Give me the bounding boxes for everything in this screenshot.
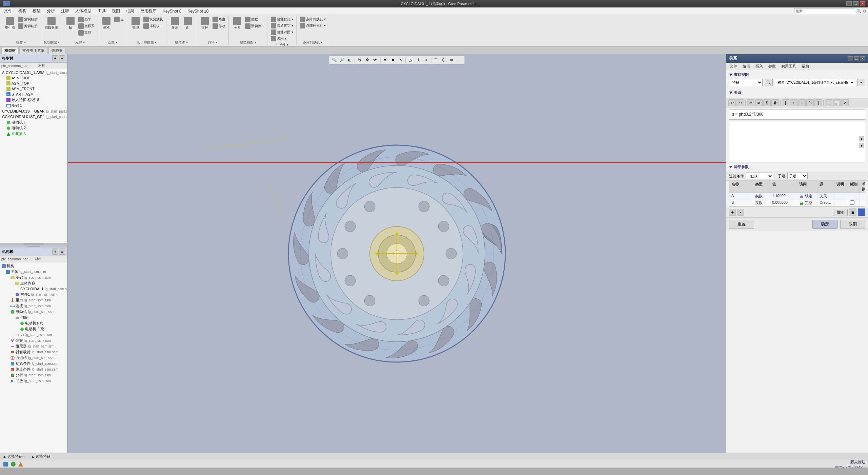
rel-validate-btn[interactable]: ✓ — [841, 99, 849, 106]
dialog-menu-param[interactable]: 参数 — [767, 63, 777, 69]
rel-paste-btn[interactable]: ⎘ — [763, 99, 771, 106]
mech-item-damper[interactable]: 阻尼器 lg_start_ssm.ssm — [1, 343, 66, 349]
child-select[interactable]: 子项 — [787, 173, 808, 179]
mech-item-servo[interactable]: 伺服 — [1, 315, 66, 320]
side-scroll-down[interactable]: ▼ — [859, 143, 864, 148]
mech-item-term[interactable]: E 终止条件 lg_start_ssm.ssm — [1, 367, 66, 372]
tree-item-7[interactable]: CYCLOIDAL01ST_GEAR lg_start_part.pr — [1, 108, 66, 114]
panel-scroll-h[interactable] — [0, 243, 67, 245]
mech-tree-settings-btn[interactable]: ≡ — [59, 249, 65, 255]
dialog-menu-file[interactable]: 文件 — [728, 63, 739, 69]
param-row-a[interactable]: A 实数 1.100094 锁定 关天 — [729, 193, 865, 200]
reset-btn[interactable]: 重置 — [729, 220, 754, 229]
ribbon-btn-face[interactable]: 面 — [182, 16, 194, 30]
prop-attr-btn[interactable]: 属性 — [833, 209, 848, 216]
vt-coord-sys[interactable]: ⌖ — [422, 57, 430, 63]
menu-file[interactable]: 文件 — [1, 7, 15, 15]
close-btn[interactable]: × — [860, 1, 865, 6]
vt-rotate[interactable]: ↻ — [356, 57, 363, 63]
ribbon-btn-point-array-through[interactable]: 点阵列元孔 ▾ — [299, 23, 327, 29]
model-expand-btn[interactable]: ▾ — [857, 79, 865, 86]
center-viewport[interactable]: 🔍 🔎 ⊞ ↻ ✥ 👁 ▼ ■ ☀ △ ✛ ⌖ ⊤ ⬡ ⊕ ⋯ — [68, 54, 726, 453]
vt-named-view[interactable]: ▼ — [381, 57, 389, 63]
menu-human[interactable]: 人体模型 — [73, 7, 94, 15]
tree-item-1[interactable]: ASM_SIDE — [1, 75, 66, 81]
mech-item-init[interactable]: I 初始条件 lg_start_ssm.ssm — [1, 361, 66, 367]
mech-item-force[interactable]: 力 lg_start_ssm.ssm — [1, 332, 66, 338]
vt-extra[interactable]: ⋯ — [456, 57, 463, 63]
ribbon-btn-regenerate[interactable]: 重生成 — [3, 16, 16, 30]
freq-checkbox-b[interactable] — [850, 200, 854, 205]
ok-btn[interactable]: 确定 — [812, 220, 837, 229]
search-icon[interactable]: 🔍 — [856, 9, 862, 14]
ribbon-btn-axis[interactable]: 轴 — [64, 16, 77, 30]
mech-item-motor2[interactable]: 电动机 2(您 — [1, 326, 66, 332]
menu-frame[interactable]: 框架 — [123, 7, 137, 15]
side-scroll-up[interactable]: ▲ — [859, 136, 864, 141]
mech-item-3[interactable]: 主体内容 — [1, 280, 66, 286]
rel-cut-btn[interactable]: ✂ — [747, 99, 754, 106]
ribbon-btn-modify-dim[interactable]: 修改 — [211, 23, 226, 29]
ribbon-btn-fade[interactable]: 淡米 ▾ — [270, 36, 294, 42]
rel-redo-btn[interactable]: ↪ — [736, 99, 744, 106]
mech-item-4[interactable]: CYCLOIDAL1 lg_start_ssm.ssm — [1, 286, 66, 292]
tree-item-9[interactable]: 电动机 1 — [1, 119, 66, 125]
ribbon-btn-level[interactable]: 垫平 — [77, 16, 96, 22]
ribbon-btn-data[interactable]: 取取数据 — [43, 16, 60, 30]
vt-datum[interactable]: △ — [407, 57, 414, 63]
param-filter-select[interactable]: 默认 — [746, 173, 773, 179]
mech-tree-add-btn[interactable]: + — [52, 249, 58, 255]
mech-item-motor1[interactable]: 电动机1(您 — [1, 320, 66, 326]
vt-section[interactable]: ⊤ — [432, 57, 440, 63]
ribbon-btn-coord[interactable]: 坐标系 — [77, 23, 96, 29]
tree-item-4[interactable]: S START_ASM — [1, 92, 66, 97]
window-controls[interactable]: _ □ × — [846, 1, 865, 6]
mech-item-connect[interactable]: 连接 lg_start_ssm.ssm — [1, 303, 66, 309]
ribbon-btn-integer[interactable]: 整数 — [244, 16, 265, 22]
mech-item-analysis[interactable]: A 分析 lg_start_ssm.ssm — [1, 372, 66, 378]
model-tree-area[interactable]: A A-CYCLOIDAL01_1.ASM lg_start_ssm.ssm A… — [0, 69, 67, 243]
tree-item-8[interactable]: GCYCLOIDAL01ST_GE4 lg_start_part.pr — [1, 114, 66, 119]
tree-item-2[interactable]: ASM_TOP — [1, 81, 66, 86]
minimize-btn[interactable]: _ — [846, 1, 852, 6]
mechanism-tree-area[interactable]: 机构 主体 lg_start_ssm.ssm 基础 lg_start_ssm.s… — [0, 262, 67, 453]
menu-model[interactable]: 模型 — [30, 7, 43, 15]
vt-zoom-out[interactable]: 🔎 — [338, 57, 346, 63]
relation-text-area[interactable]: ▲ ▼ — [729, 122, 865, 162]
vt-zoom-in[interactable]: 🔍 — [330, 57, 338, 63]
tree-item-5[interactable]: 导入特征 标记18 — [1, 97, 66, 103]
mech-item-replay[interactable]: 回放 lg_start_ssm.ssm — [1, 378, 66, 384]
rel-fn-btn[interactable]: fn — [806, 99, 814, 106]
param-remove-btn[interactable]: - — [737, 209, 744, 216]
vt-explode[interactable]: ⊕ — [448, 57, 455, 63]
mech-item-spring[interactable]: 弹簧 lg_start_ssm.ssm — [1, 338, 66, 343]
mech-item-1[interactable]: 主体 lg_start_ssm.ssm — [1, 269, 66, 275]
bottom-icon2[interactable] — [10, 461, 16, 467]
ribbon-btn-base[interactable]: 基准 — [100, 16, 113, 30]
mech-item-force2[interactable]: 力组函 lg_start_ssm.ssm — [1, 355, 66, 361]
menu-tools[interactable]: 工具 — [95, 7, 108, 15]
ribbon-btn-point[interactable]: 点 — [113, 16, 125, 22]
menu-apps[interactable]: 应用程序 — [138, 7, 159, 15]
vt-pan[interactable]: ✥ — [364, 57, 371, 63]
vt-fit[interactable]: ⊞ — [346, 57, 354, 63]
menu-view[interactable]: 视图 — [109, 7, 123, 15]
model-select[interactable]: 模型:/CYCLOIDAL01_1@持征电动机_2标记45 — [775, 79, 855, 86]
model-tree-settings-btn[interactable]: ≡ — [59, 55, 65, 61]
maximize-btn[interactable]: □ — [853, 1, 859, 6]
filter-search-btn[interactable]: 🔍 — [765, 79, 773, 86]
param-add-btn[interactable]: + — [729, 209, 736, 216]
ribbon-btn-zero[interactable]: 零部 — [77, 30, 96, 36]
dialog-window-controls[interactable]: _ □ × — [848, 56, 865, 61]
formula-area[interactable]: s = pi*d0.2*T/360 — [729, 110, 865, 120]
dialog-maximize[interactable]: □ — [854, 56, 859, 61]
menu-analysis[interactable]: 分析 — [44, 7, 58, 15]
ribbon-btn-normal-hole[interactable]: 普通缺孔 ▾ — [270, 16, 294, 22]
vt-lighting[interactable]: ☀ — [397, 57, 404, 63]
mech-item-gravity[interactable]: 重力 lg_start_ssm.ssm — [1, 297, 66, 303]
mech-item-5[interactable]: 主件1 lg_start_ssm.ssm — [1, 292, 66, 297]
ribbon-btn-cut-model[interactable]: 添切换... — [244, 23, 265, 29]
tree-item-10[interactable]: 电动机 2 — [1, 125, 66, 131]
vt-view[interactable]: 👁 — [371, 57, 379, 63]
rel-bracket2-btn[interactable]: ] — [814, 99, 822, 106]
